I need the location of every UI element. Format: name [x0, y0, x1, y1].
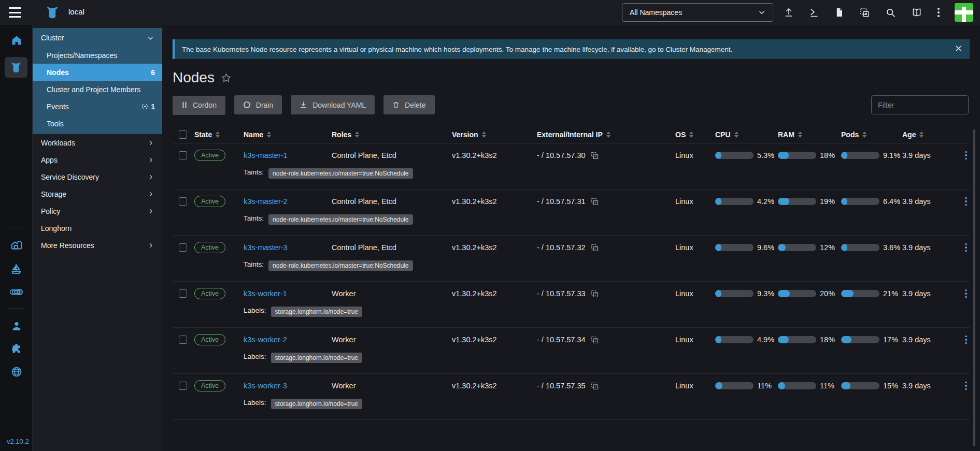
- table-row: Active k3s-master-1 Control Plane, Etcd …: [173, 143, 970, 190]
- sidebar-group-longhorn[interactable]: Longhorn: [33, 220, 162, 237]
- user-avatar[interactable]: [955, 3, 973, 22]
- column-header-ram[interactable]: RAM: [778, 130, 841, 139]
- column-header-state[interactable]: State: [194, 130, 244, 139]
- pods-meter: 15%: [841, 374, 902, 398]
- node-meta-row: Taints: node-role.kubernetes.io/master=t…: [244, 167, 970, 189]
- copy-icon[interactable]: [590, 289, 599, 298]
- fleet-icon[interactable]: [0, 263, 33, 276]
- upload-icon[interactable]: [784, 7, 794, 18]
- namespace-filter-value: All Namespaces: [630, 8, 682, 17]
- ram-meter: 19%: [778, 190, 841, 213]
- row-checkbox[interactable]: [179, 243, 187, 252]
- select-all-checkbox[interactable]: [179, 130, 187, 139]
- search-icon[interactable]: [885, 7, 896, 18]
- top-header: local All Namespaces: [0, 0, 980, 25]
- row-checkbox[interactable]: [179, 336, 187, 344]
- node-name-link[interactable]: k3s-worker-3: [244, 382, 287, 390]
- download-yaml-button[interactable]: Download YAML: [291, 95, 375, 114]
- copy-icon[interactable]: [590, 336, 599, 344]
- column-header-roles[interactable]: Roles: [332, 130, 452, 139]
- row-checkbox[interactable]: [179, 382, 187, 390]
- hamburger-menu-icon[interactable]: [9, 7, 21, 18]
- sidebar-group-storage[interactable]: Storage: [33, 185, 162, 202]
- sidebar-group-workloads[interactable]: Workloads: [33, 134, 162, 151]
- copy-icon[interactable]: [590, 151, 599, 160]
- chevron-right-icon: [148, 157, 154, 163]
- sidebar-item-tools[interactable]: Tools: [33, 115, 162, 132]
- cluster-local-icon[interactable]: [5, 57, 27, 78]
- chevron-right-icon: [148, 242, 154, 249]
- header-actions: [784, 0, 973, 25]
- column-header-os[interactable]: OS: [675, 130, 715, 139]
- column-header-external-internal-ip[interactable]: External/Internal IP: [537, 130, 675, 139]
- ram-meter: 11%: [778, 374, 841, 398]
- node-name-link[interactable]: k3s-worker-1: [244, 289, 287, 298]
- harvester-icon[interactable]: [0, 239, 33, 252]
- docs-icon[interactable]: [911, 7, 922, 18]
- column-header-cpu[interactable]: CPU: [715, 130, 778, 139]
- kebab-menu-icon[interactable]: [938, 8, 940, 17]
- row-actions-kebab[interactable]: [965, 336, 967, 344]
- column-header-pods[interactable]: Pods: [841, 130, 902, 139]
- sidebar-group-cluster[interactable]: Cluster: [33, 29, 162, 47]
- row-checkbox[interactable]: [179, 197, 187, 206]
- table-row: Active k3s-worker-3 Worker v1.30.2+k3s2 …: [173, 374, 970, 420]
- icon-rail: v2.10.2: [0, 25, 33, 451]
- cluster-management-icon[interactable]: [0, 286, 33, 298]
- roles-cell: Control Plane, Etcd: [332, 190, 452, 213]
- roles-cell: Control Plane, Etcd: [332, 143, 452, 167]
- node-name-link[interactable]: k3s-master-1: [244, 151, 288, 159]
- row-checkbox[interactable]: [179, 151, 187, 159]
- copy-icon[interactable]: [590, 243, 599, 252]
- drain-button[interactable]: Drain: [234, 95, 282, 114]
- sidebar-group-policy[interactable]: Policy: [33, 202, 162, 220]
- sidebar-item-projects-namespaces[interactable]: Projects/Namespaces: [33, 47, 162, 64]
- row-actions-kebab[interactable]: [965, 289, 967, 298]
- row-actions-kebab[interactable]: [965, 151, 967, 160]
- sidebar-group-service-discovery[interactable]: Service Discovery: [33, 168, 162, 185]
- table-row: Active k3s-master-2 Control Plane, Etcd …: [173, 190, 970, 236]
- column-header-name[interactable]: Name: [244, 130, 332, 139]
- meta-label: Taints:: [244, 260, 264, 268]
- extensions-icon[interactable]: [0, 343, 33, 355]
- user-icon[interactable]: [0, 320, 33, 332]
- meta-badge: storage.longhorn.io/node=true: [271, 399, 362, 409]
- version-cell: v1.30.2+k3s2: [452, 190, 537, 213]
- filter-input[interactable]: [871, 95, 969, 114]
- yaml-file-icon[interactable]: [834, 7, 844, 18]
- meta-label: Taints:: [244, 168, 264, 176]
- cordon-button[interactable]: Cordon: [173, 96, 225, 115]
- copy-icon[interactable]: [590, 382, 599, 390]
- namespace-filter-select[interactable]: All Namespaces: [622, 3, 773, 22]
- roles-cell: Worker: [332, 374, 452, 398]
- row-actions-kebab[interactable]: [965, 382, 967, 390]
- delete-button[interactable]: Delete: [384, 95, 434, 114]
- sort-arrows-icon: [798, 132, 802, 138]
- row-checkbox[interactable]: [179, 289, 187, 298]
- favorite-star-icon[interactable]: [221, 72, 232, 83]
- column-header-version[interactable]: Version: [452, 130, 537, 139]
- os-cell: Linux: [675, 328, 715, 352]
- scrollbar[interactable]: [973, 129, 975, 446]
- node-name-link[interactable]: k3s-master-3: [244, 243, 288, 252]
- age-cell: 3.9 days: [902, 282, 961, 305]
- column-header-age[interactable]: Age: [902, 130, 961, 139]
- home-icon[interactable]: [0, 34, 33, 47]
- copy-icon[interactable]: [590, 197, 599, 206]
- sidebar-group-more-resources[interactable]: More Resources: [33, 237, 162, 254]
- sidebar-group-apps[interactable]: Apps: [33, 151, 162, 168]
- sidebar-item-cluster-and-project-members[interactable]: Cluster and Project Members: [33, 81, 162, 98]
- sidebar-item-nodes[interactable]: Nodes 6: [33, 64, 162, 81]
- row-actions-kebab[interactable]: [965, 197, 967, 206]
- kubectl-shell-icon[interactable]: [809, 7, 819, 18]
- sort-arrows-icon: [482, 132, 486, 138]
- locale-icon[interactable]: [0, 366, 33, 378]
- import-yaml-icon[interactable]: [859, 7, 870, 18]
- sidebar-group-label: Apps: [41, 156, 58, 164]
- node-name-link[interactable]: k3s-master-2: [244, 197, 288, 206]
- sidebar-item-events[interactable]: Events 1: [33, 98, 162, 115]
- row-actions-kebab[interactable]: [965, 243, 967, 252]
- close-icon[interactable]: ✕: [955, 43, 962, 54]
- node-name-link[interactable]: k3s-worker-2: [244, 336, 287, 344]
- meta-label: Labels:: [244, 307, 266, 314]
